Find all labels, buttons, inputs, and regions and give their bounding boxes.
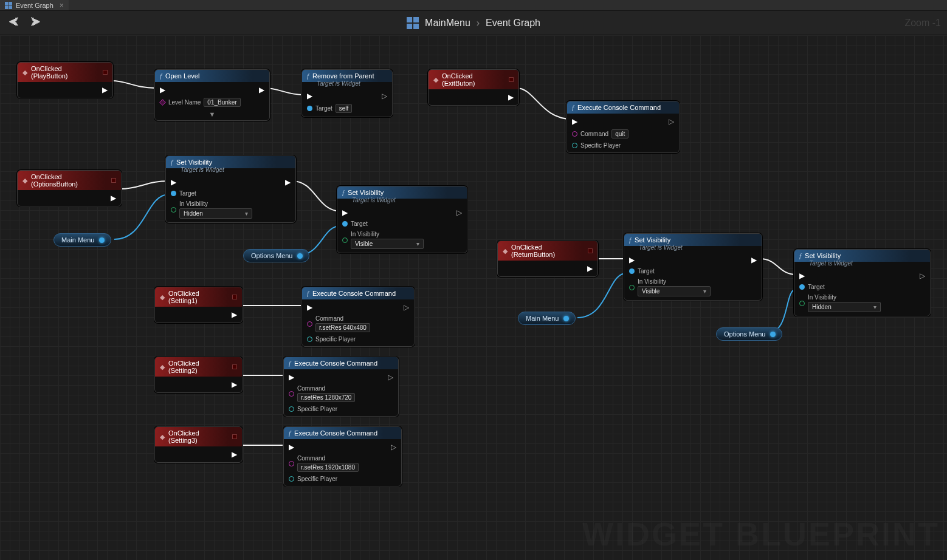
delegate-icon [103,70,108,75]
node-onclicked-playbutton[interactable]: OnClicked (PlayButton) [17,62,113,98]
exec-in-pin[interactable] [289,373,294,381]
visibility-dropdown[interactable]: Visible [351,239,424,249]
player-pin[interactable] [289,476,294,482]
target-pin[interactable] [799,284,805,290]
node-onclicked-setting1[interactable]: OnClicked (Setting1) [154,287,243,323]
exec-in-pin[interactable] [307,303,312,312]
command-input[interactable]: r.setRes 640x480 [315,323,370,332]
tab-event-graph[interactable]: Event Graph × [0,0,69,10]
node-onclicked-setting3[interactable]: OnClicked (Setting3) [154,426,243,463]
event-icon [160,433,165,441]
visibility-dropdown[interactable]: Hidden [179,208,252,219]
exec-in-pin[interactable] [342,208,348,217]
node-exec-quit[interactable]: fExecute Console Command Commandquit Spe… [566,101,680,153]
node-onclicked-optionsbutton[interactable]: OnClicked (OptionsButton) [17,170,122,207]
node-exec-setres-640[interactable]: fExecute Console Command Command r.setRe… [301,287,415,347]
enum-pin[interactable] [629,285,635,290]
node-onclicked-exitbutton[interactable]: OnClicked (ExitButon) [428,69,519,106]
function-icon: f [289,360,291,367]
enum-pin[interactable] [342,237,348,243]
exec-out-pin[interactable] [751,256,757,264]
node-onclicked-returnbutton[interactable]: OnClicked (ReturnButton) [497,241,598,277]
graph-canvas[interactable]: OnClicked (PlayButton) fOpen Level Level… [0,35,947,560]
exec-in-pin[interactable] [289,443,294,451]
node-open-level[interactable]: fOpen Level Level Name01_Bunker ▼ [154,69,270,121]
exec-out-pin[interactable] [111,194,116,202]
exec-in-pin[interactable] [799,271,805,280]
out-pin[interactable] [770,332,776,337]
delegate-icon [232,364,237,369]
exec-out-pin[interactable] [285,178,291,186]
enum-pin[interactable] [171,207,176,213]
node-exec-setres-1280[interactable]: fExecute Console Command Command r.setRe… [283,357,399,417]
exec-out-pin[interactable] [232,380,237,389]
nav-back-button[interactable]: ⮜ [9,16,19,29]
function-icon: f [289,429,291,437]
string-pin[interactable] [289,461,294,466]
visibility-dropdown[interactable]: Visible [638,286,711,296]
exec-out-pin[interactable] [232,450,237,459]
node-set-visibility-hidden[interactable]: fSet Visibility Target is Widget Target … [165,155,296,223]
exec-out-pin[interactable] [920,271,925,280]
exec-in-pin[interactable] [160,86,165,94]
var-main-menu[interactable]: Main Menu [53,233,111,247]
expand-icon[interactable]: ▼ [155,111,269,120]
delegate-icon [232,434,237,439]
exec-out-pin[interactable] [382,92,387,100]
node-onclicked-setting2[interactable]: OnClicked (Setting2) [154,357,243,393]
exec-out-pin[interactable] [404,303,409,312]
function-icon: f [307,290,309,297]
delegate-icon [588,248,593,253]
close-icon[interactable]: × [60,1,64,10]
event-icon [22,69,27,77]
node-remove-from-parent[interactable]: fRemove from Parent Target is Widget Tar… [301,69,393,117]
exec-out-pin[interactable] [391,443,396,451]
node-exec-setres-1920[interactable]: fExecute Console Command Command r.setRe… [283,426,402,487]
target-pin[interactable] [307,106,312,111]
out-pin[interactable] [563,316,569,321]
breadcrumb-sep: › [477,18,480,29]
exec-out-pin[interactable] [388,373,393,381]
player-pin[interactable] [289,406,294,412]
exec-out-pin[interactable] [232,310,237,319]
level-name-input[interactable]: 01_Bunker [204,98,240,107]
out-pin[interactable] [99,237,105,243]
var-main-menu-2[interactable]: Main Menu [518,312,576,325]
breadcrumb-leaf[interactable]: Event Graph [486,18,540,29]
var-options-menu-2[interactable]: Options Menu [716,327,782,341]
visibility-dropdown[interactable]: Hidden [808,302,881,312]
player-pin[interactable] [307,336,312,342]
node-set-visibility-visible-2[interactable]: fSet Visibility Target is Widget Target … [624,233,762,301]
exec-out-pin[interactable] [587,264,593,273]
string-pin[interactable] [307,321,312,327]
target-pin[interactable] [171,191,176,196]
enum-pin[interactable] [799,301,805,306]
string-pin[interactable] [289,391,294,397]
name-pin[interactable] [159,99,166,106]
command-input[interactable]: quit [611,129,628,138]
target-pin[interactable] [629,268,635,274]
breadcrumb-root[interactable]: MainMenu [425,18,470,29]
command-input[interactable]: r.setRes 1280x720 [297,393,355,402]
exec-in-pin[interactable] [572,117,577,126]
nav-forward-button[interactable]: ⮞ [30,16,41,29]
exec-out-pin[interactable] [669,117,674,126]
function-icon: f [572,104,574,111]
exec-in-pin[interactable] [171,178,176,186]
string-pin[interactable] [572,131,577,137]
target-pin[interactable] [342,221,348,227]
blueprint-icon [407,17,419,29]
exec-out-pin[interactable] [508,93,514,101]
exec-in-pin[interactable] [307,92,312,100]
exec-out-pin[interactable] [102,86,108,94]
out-pin[interactable] [297,253,303,259]
exec-out-pin[interactable] [259,86,264,94]
exec-out-pin[interactable] [456,208,462,217]
node-set-visibility-visible[interactable]: fSet Visibility Target is Widget Target … [337,186,467,253]
player-pin[interactable] [572,143,577,148]
node-set-visibility-hidden-2[interactable]: fSet Visibility Target is Widget Target … [794,249,931,316]
command-input[interactable]: r.setRes 1920x1080 [297,463,359,472]
exec-in-pin[interactable] [629,256,635,264]
graph-icon [5,2,12,9]
var-options-menu[interactable]: Options Menu [243,249,309,262]
